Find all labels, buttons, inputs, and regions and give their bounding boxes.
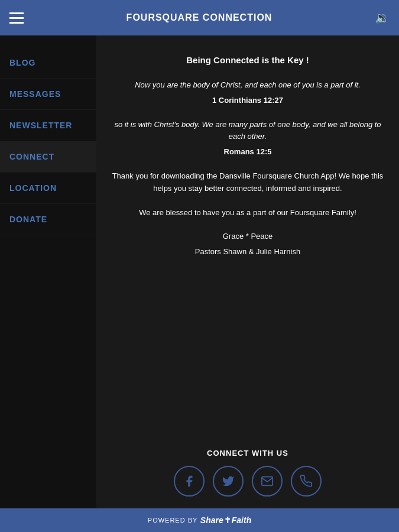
hamburger-button[interactable] — [9, 12, 24, 24]
reference-1: 1 Corinthians 12:27 — [108, 95, 387, 107]
sidebar-item-blog[interactable]: BLOG — [0, 47, 96, 79]
verse-2: so it is with Christ's body. We are many… — [108, 119, 387, 144]
reference-2: Romans 12:5 — [108, 146, 387, 158]
main-layout: BLOG MESSAGES NEWSLETTER CONNECT LOCATIO… — [0, 35, 399, 508]
facebook-button[interactable] — [174, 466, 205, 497]
cross-symbol: ✝ — [224, 515, 231, 525]
sidebar-item-connect[interactable]: CONNECT — [0, 141, 96, 173]
sidebar-item-messages[interactable]: MESSAGES — [0, 79, 96, 110]
connect-with-us-label: CONNECT WITH US — [108, 449, 387, 458]
phone-button[interactable] — [291, 466, 322, 497]
powered-by-text: POWERED BY — [148, 517, 198, 524]
app-title: FOURSQUARE CONNECTION — [126, 12, 273, 23]
share-text: Share — [200, 515, 223, 525]
signature: Pastors Shawn & Julie Harnish — [108, 246, 387, 258]
verse-1: Now you are the body of Christ, and each… — [108, 79, 387, 92]
paragraph-2: We are blessed to have you as a part of … — [108, 207, 387, 219]
paragraph-1: Thank you for downloading the Dansville … — [108, 170, 387, 195]
footer-bar: POWERED BY Share✝Faith — [0, 508, 399, 532]
faith-text: Faith — [232, 515, 251, 525]
greeting: Grace * Peace — [108, 231, 387, 243]
email-button[interactable] — [252, 466, 283, 497]
social-section: CONNECT WITH US — [96, 437, 399, 508]
content-body: Being Connected is the Key ! Now you are… — [96, 35, 399, 437]
sidebar-item-donate[interactable]: DONATE — [0, 204, 96, 235]
volume-icon[interactable]: 🔉 — [375, 11, 390, 25]
social-icons-row — [108, 466, 387, 497]
sidebar-item-location[interactable]: LOCATION — [0, 173, 96, 204]
twitter-button[interactable] — [213, 466, 244, 497]
header: FOURSQUARE CONNECTION 🔉 — [0, 0, 399, 35]
content-title: Being Connected is the Key ! — [108, 53, 387, 67]
content-area: Being Connected is the Key ! Now you are… — [96, 35, 399, 508]
content-text: Being Connected is the Key ! Now you are… — [108, 53, 387, 258]
sidebar: BLOG MESSAGES NEWSLETTER CONNECT LOCATIO… — [0, 35, 96, 508]
sidebar-item-newsletter[interactable]: NEWSLETTER — [0, 110, 96, 141]
sharefaith-logo: Share✝Faith — [200, 515, 251, 525]
